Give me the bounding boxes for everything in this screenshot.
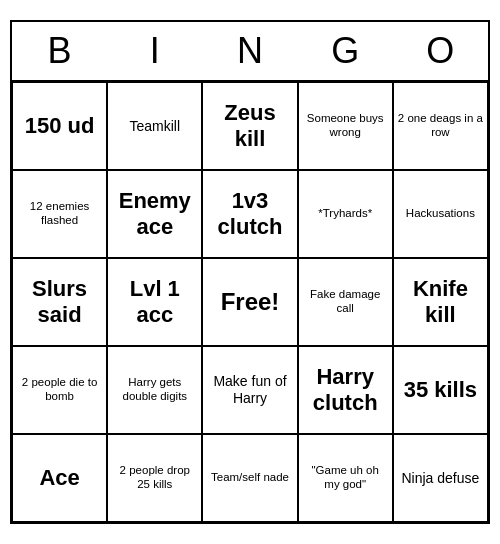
letter-n: N [206, 30, 294, 72]
cell-12[interactable]: Free! [202, 258, 297, 346]
cell-11[interactable]: Lvl 1 acc [107, 258, 202, 346]
letter-g: G [301, 30, 389, 72]
bingo-grid: 150 udTeamkillZeus killSomeone buys wron… [12, 82, 488, 522]
cell-2[interactable]: Zeus kill [202, 82, 297, 170]
cell-9[interactable]: Hackusations [393, 170, 488, 258]
cell-4[interactable]: 2 one deags in a row [393, 82, 488, 170]
letter-o: O [396, 30, 484, 72]
cell-7[interactable]: 1v3 clutch [202, 170, 297, 258]
cell-0[interactable]: 150 ud [12, 82, 107, 170]
cell-23[interactable]: "Game uh oh my god" [298, 434, 393, 522]
cell-5[interactable]: 12 enemies flashed [12, 170, 107, 258]
bingo-header: B I N G O [12, 22, 488, 82]
cell-20[interactable]: Ace [12, 434, 107, 522]
cell-21[interactable]: 2 people drop 25 kills [107, 434, 202, 522]
cell-6[interactable]: Enemy ace [107, 170, 202, 258]
letter-b: B [16, 30, 104, 72]
cell-22[interactable]: Team/self nade [202, 434, 297, 522]
cell-24[interactable]: Ninja defuse [393, 434, 488, 522]
cell-8[interactable]: *Tryhards* [298, 170, 393, 258]
bingo-card: B I N G O 150 udTeamkillZeus killSomeone… [10, 20, 490, 524]
cell-15[interactable]: 2 people die to bomb [12, 346, 107, 434]
cell-3[interactable]: Someone buys wrong [298, 82, 393, 170]
letter-i: I [111, 30, 199, 72]
cell-19[interactable]: 35 kills [393, 346, 488, 434]
cell-14[interactable]: Knife kill [393, 258, 488, 346]
cell-1[interactable]: Teamkill [107, 82, 202, 170]
cell-17[interactable]: Make fun of Harry [202, 346, 297, 434]
cell-13[interactable]: Fake damage call [298, 258, 393, 346]
cell-10[interactable]: Slurs said [12, 258, 107, 346]
cell-18[interactable]: Harry clutch [298, 346, 393, 434]
cell-16[interactable]: Harry gets double digits [107, 346, 202, 434]
